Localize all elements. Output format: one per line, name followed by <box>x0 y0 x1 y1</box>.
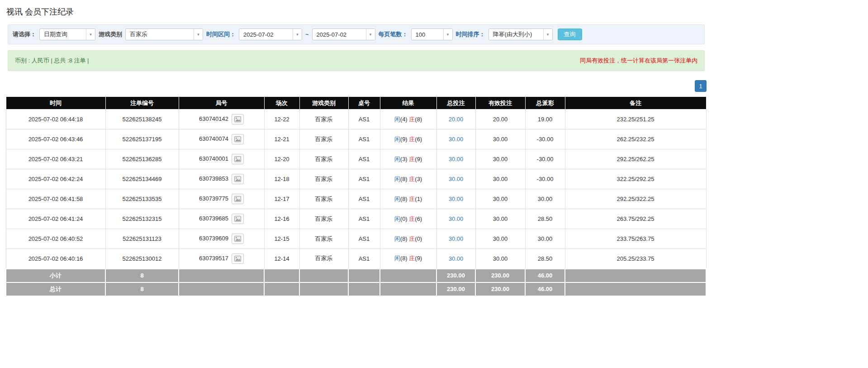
session-cell: 12-16 <box>264 209 299 229</box>
total-bet-link[interactable]: 30.00 <box>449 255 464 262</box>
video-replay-icon[interactable] <box>232 154 244 164</box>
total-bet-cell: 30.00 <box>436 169 475 189</box>
page-button-1[interactable]: 1 <box>695 80 707 92</box>
query-type-value: 日期查询 <box>40 29 86 40</box>
total-bet-link[interactable]: 30.00 <box>449 136 464 143</box>
header-valid-bet: 有效投注 <box>475 97 525 110</box>
banker-result-label: 庄 <box>409 116 415 123</box>
page-size-label: 每页笔数： <box>379 30 408 38</box>
query-type-select[interactable]: 日期查询 ▾ <box>39 29 95 40</box>
chevron-down-icon[interactable]: ▾ <box>366 29 375 40</box>
table-row: 2025-07-02 06:40:52 522625131123 6307396… <box>6 229 706 249</box>
chevron-down-icon[interactable]: ▾ <box>443 29 452 40</box>
bet-id-cell: 522625137195 <box>105 129 179 149</box>
subtotal-label: 小计 <box>6 269 105 282</box>
bet-records-table: 时间 注单编号 局号 场次 游戏类别 桌号 结果 总投注 有效投注 总派彩 备注… <box>5 96 707 296</box>
date-to-select[interactable]: 2025-07-02 ▾ <box>312 29 375 40</box>
banker-result-score: (1) <box>415 196 422 202</box>
time-cell: 2025-07-02 06:41:24 <box>6 209 105 229</box>
game-type-select[interactable]: 百家乐 ▾ <box>125 29 203 40</box>
bet-id-cell: 522625131123 <box>105 229 179 249</box>
valid-bet-note: 同局有效投注，统一计算在该局第一张注单内 <box>580 57 697 65</box>
time-cell: 2025-07-02 06:43:46 <box>6 129 105 149</box>
date-range-label: 时间区间： <box>206 30 236 38</box>
game-type-cell: 百家乐 <box>299 249 348 269</box>
chevron-down-icon[interactable]: ▾ <box>293 29 302 40</box>
total-bet-link[interactable]: 30.00 <box>449 156 464 162</box>
game-type-cell: 百家乐 <box>299 110 348 129</box>
table-no-cell: AS1 <box>348 129 380 149</box>
header-payout: 总派彩 <box>525 97 565 110</box>
search-button[interactable]: 查询 <box>558 29 582 40</box>
chevron-down-icon[interactable]: ▾ <box>543 29 552 40</box>
total-bet-link[interactable]: 30.00 <box>449 235 464 242</box>
table-row: 2025-07-02 06:40:16 522625130012 6307395… <box>6 249 706 269</box>
result-cell: 闲(3) 庄(9) <box>380 149 436 169</box>
note-cell: 232.25/251.25 <box>565 110 706 129</box>
total-bet-cell: 30.00 <box>436 229 475 249</box>
player-result-score: (4) <box>400 116 408 123</box>
total-bet-link[interactable]: 30.00 <box>449 176 464 182</box>
player-result-score: (0) <box>400 215 408 222</box>
header-total-bet: 总投注 <box>436 97 475 110</box>
session-cell: 12-21 <box>264 129 299 149</box>
table-header: 时间 注单编号 局号 场次 游戏类别 桌号 结果 总投注 有效投注 总派彩 备注 <box>6 97 706 110</box>
note-cell: 263.75/292.25 <box>565 209 706 229</box>
payout-cell: -30.00 <box>525 169 565 189</box>
round-number: 630739685 <box>199 215 228 222</box>
page-size-select[interactable]: 100 ▾ <box>411 29 453 40</box>
video-replay-icon[interactable] <box>232 234 244 244</box>
video-replay-icon[interactable] <box>232 134 244 144</box>
total-total-bet: 230.00 <box>436 282 475 296</box>
total-row: 总计 8 230.00 230.00 46.00 <box>6 282 706 296</box>
banker-result-label: 庄 <box>409 255 415 262</box>
player-result-label: 闲 <box>394 156 400 162</box>
round-cell: 630739685 <box>179 209 264 229</box>
bet-id-cell: 522625134469 <box>105 169 179 189</box>
date-range-tilde: ~ <box>305 31 309 38</box>
total-bet-link[interactable]: 30.00 <box>449 196 464 202</box>
video-replay-icon[interactable] <box>232 253 244 264</box>
video-replay-icon[interactable] <box>232 114 244 124</box>
total-bet-cell: 30.00 <box>436 249 475 269</box>
sort-order-select[interactable]: 降幂(由大到小) ▾ <box>489 29 553 40</box>
payout-cell: 28.50 <box>525 209 565 229</box>
player-result-label: 闲 <box>394 196 400 202</box>
date-from-value: 2025-07-02 <box>239 29 293 40</box>
table-row: 2025-07-02 06:42:24 522625134469 6307398… <box>6 169 706 189</box>
banker-result-label: 庄 <box>409 156 415 162</box>
subtotal-valid-bet: 230.00 <box>475 269 525 282</box>
banker-result-score: (9) <box>415 255 422 262</box>
total-valid-bet: 230.00 <box>475 282 525 296</box>
total-bet-link[interactable]: 30.00 <box>449 215 464 222</box>
time-cell: 2025-07-02 06:40:16 <box>6 249 105 269</box>
time-cell: 2025-07-02 06:41:58 <box>6 189 105 209</box>
video-replay-icon[interactable] <box>232 174 244 184</box>
bet-id-cell: 522625132315 <box>105 209 179 229</box>
banker-result-label: 庄 <box>409 176 415 182</box>
game-type-cell: 百家乐 <box>299 169 348 189</box>
header-round: 局号 <box>179 97 264 110</box>
valid-bet-cell: 30.00 <box>475 169 525 189</box>
video-replay-icon[interactable] <box>232 194 244 204</box>
note-cell: 262.25/232.25 <box>565 129 706 149</box>
result-cell: 闲(9) 庄(6) <box>380 129 436 149</box>
video-replay-icon[interactable] <box>232 214 244 224</box>
round-cell: 630739775 <box>179 189 264 209</box>
chevron-down-icon[interactable]: ▾ <box>194 29 203 40</box>
banker-result-score: (6) <box>415 215 422 222</box>
player-result-score: (3) <box>400 156 408 162</box>
valid-bet-cell: 30.00 <box>475 189 525 209</box>
header-session: 场次 <box>264 97 299 110</box>
total-bet-link[interactable]: 20.00 <box>449 116 464 123</box>
chevron-down-icon[interactable]: ▾ <box>86 29 95 40</box>
page: 视讯 会员下注纪录 请选择： 日期查询 ▾ 游戏类别 百家乐 ▾ 时间区间： 2… <box>0 0 868 301</box>
game-type-label: 游戏类别 <box>99 30 122 38</box>
valid-bet-cell: 30.00 <box>475 129 525 149</box>
payout-cell: 19.00 <box>525 110 565 129</box>
banker-result-score: (6) <box>415 136 422 143</box>
table-body: 2025-07-02 06:44:18 522625138245 6307401… <box>6 110 706 269</box>
header-game-type: 游戏类别 <box>299 97 348 110</box>
round-number: 630740074 <box>199 135 228 142</box>
date-from-select[interactable]: 2025-07-02 ▾ <box>239 29 302 40</box>
